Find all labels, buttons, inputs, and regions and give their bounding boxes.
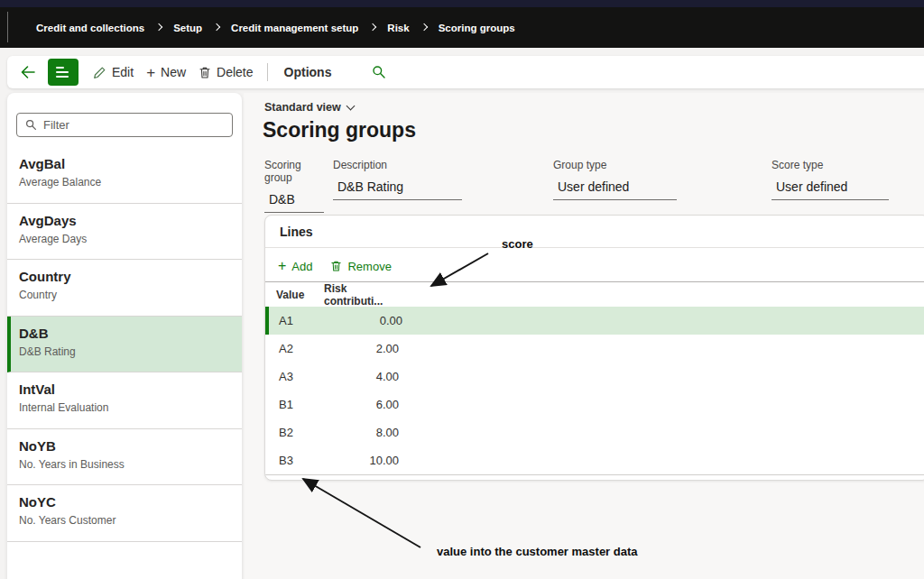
remove-label: Remove xyxy=(347,260,391,273)
annotation-score: score xyxy=(502,237,533,251)
list-item-label: D&B Rating xyxy=(19,341,242,358)
field-scoring-group: Scoring group D&B xyxy=(264,159,324,213)
window-top-strip xyxy=(0,0,924,7)
list-item-country[interactable]: Country Country xyxy=(7,260,242,317)
header-fields: Scoring group D&B Description D&B Rating… xyxy=(264,159,889,213)
grid-row-a2[interactable]: A2 2.00 xyxy=(265,335,924,363)
view-selector-label: Standard view xyxy=(264,101,341,114)
edit-button[interactable]: Edit xyxy=(87,60,140,84)
lines-grid: Value Risk contributi... A1 0.00 A2 2.00… xyxy=(265,281,924,475)
add-label: Add xyxy=(291,260,312,273)
list-item-id: Country xyxy=(19,260,242,284)
breadcrumb-item-risk[interactable]: Risk xyxy=(387,23,409,33)
cell-value: A2 xyxy=(265,342,321,355)
field-description: Description D&B Rating xyxy=(333,159,462,213)
description-input[interactable]: D&B Rating xyxy=(333,179,462,200)
list-item-label: Average Days xyxy=(19,228,242,245)
grid-row-a1-selected[interactable]: A1 0.00 xyxy=(265,307,924,335)
list-item-avgdays[interactable]: AvgDays Average Days xyxy=(7,204,242,261)
list-menu-icon xyxy=(56,67,64,69)
cell-value: B2 xyxy=(265,426,321,439)
chevron-right-icon xyxy=(155,23,162,31)
plus-icon: + xyxy=(146,67,155,78)
breadcrumb-item-scoring-groups[interactable]: Scoring groups xyxy=(439,23,515,33)
list-item-id: NoYB xyxy=(19,429,242,454)
column-header-value[interactable]: Value xyxy=(265,289,324,301)
breadcrumb-item-credit-management-setup[interactable]: Credit management setup xyxy=(231,23,358,33)
toolbar-divider xyxy=(267,63,268,81)
options-menu-button[interactable]: Options xyxy=(278,60,338,84)
cell-risk: 0.00 xyxy=(325,314,408,327)
new-label: New xyxy=(161,65,186,79)
action-bar: Edit + New Delete Options xyxy=(7,56,924,88)
chevron-right-icon xyxy=(420,23,427,31)
trash-icon xyxy=(330,260,342,272)
list-item-label: No. Years Customer xyxy=(19,510,242,527)
list-item-intval[interactable]: IntVal Internal Evaluation xyxy=(7,372,242,429)
grid-row-b3[interactable]: B3 10.00 xyxy=(265,446,924,474)
delete-label: Delete xyxy=(217,65,253,79)
record-list-panel: AvgBal Average Balance AvgDays Average D… xyxy=(7,93,242,579)
lines-panel: Lines + Add Remove Value Risk contributi… xyxy=(264,215,924,481)
chevron-right-icon xyxy=(369,23,376,31)
arrow-left-icon xyxy=(20,65,36,79)
group-type-input[interactable]: User defined xyxy=(553,179,677,200)
page-title: Scoring groups xyxy=(263,118,416,142)
trash-icon xyxy=(199,66,211,79)
search-icon xyxy=(372,65,386,79)
delete-button[interactable]: Delete xyxy=(192,60,259,84)
cell-risk: 10.00 xyxy=(321,454,404,467)
list-item-avgbal[interactable]: AvgBal Average Balance xyxy=(7,147,242,204)
cell-value: A3 xyxy=(265,370,321,383)
cell-risk: 6.00 xyxy=(321,398,404,411)
grid-row-a3[interactable]: A3 4.00 xyxy=(265,363,924,391)
list-item-id: IntVal xyxy=(19,372,242,397)
list-item-id: AvgBal xyxy=(19,147,242,171)
list-item-label: Country xyxy=(19,284,242,301)
list-item-noyc[interactable]: NoYC No. Years Customer xyxy=(7,485,242,542)
grid-header: Value Risk contributi... xyxy=(265,281,924,307)
breadcrumb-item-setup[interactable]: Setup xyxy=(173,23,202,33)
field-score-type: Score type User defined xyxy=(772,159,889,213)
field-label: Group type xyxy=(553,159,677,171)
new-button[interactable]: + New xyxy=(140,60,192,84)
topbar-divider xyxy=(7,12,8,42)
remove-line-button[interactable]: Remove xyxy=(330,260,391,273)
list-item-id: D&B xyxy=(19,317,242,341)
field-label: Scoring group xyxy=(264,159,324,184)
cell-value: A1 xyxy=(269,314,325,327)
chevron-right-icon xyxy=(213,23,220,31)
lines-panel-title: Lines xyxy=(280,225,313,239)
list-item-id: NoYC xyxy=(19,485,242,510)
breadcrumb-item-credit-and-collections[interactable]: Credit and collections xyxy=(36,23,144,33)
score-type-input[interactable]: User defined xyxy=(772,179,889,200)
chevron-down-icon xyxy=(346,101,355,110)
field-label: Score type xyxy=(772,159,889,171)
annotation-customer-master: value into the customer master data xyxy=(437,545,638,558)
grid-row-b2[interactable]: B2 8.00 xyxy=(265,418,924,446)
pencil-icon xyxy=(93,66,106,79)
toggle-list-pane-button[interactable] xyxy=(48,59,79,86)
filter-search-icon xyxy=(25,119,37,131)
scoring-group-input[interactable]: D&B xyxy=(264,192,324,213)
add-line-button[interactable]: + Add xyxy=(278,260,312,273)
record-list: AvgBal Average Balance AvgDays Average D… xyxy=(7,147,242,542)
grid-row-b1[interactable]: B1 6.00 xyxy=(265,391,924,418)
cell-value: B3 xyxy=(265,454,321,467)
filter-input[interactable] xyxy=(43,118,232,132)
list-item-label: Average Balance xyxy=(19,171,242,188)
list-item-label: Internal Evaluation xyxy=(19,397,242,414)
list-item-id: AvgDays xyxy=(19,204,242,228)
edit-label: Edit xyxy=(112,65,134,79)
command-search-button[interactable] xyxy=(368,61,390,83)
column-header-risk-contribution[interactable]: Risk contributi... xyxy=(324,282,407,308)
field-group-type: Group type User defined xyxy=(553,159,677,213)
list-item-noyb[interactable]: NoYB No. Years in Business xyxy=(7,429,242,486)
cell-risk: 8.00 xyxy=(321,426,404,439)
list-item-db-selected[interactable]: D&B D&B Rating xyxy=(7,317,242,373)
view-selector[interactable]: Standard view xyxy=(264,101,354,114)
list-item-label: No. Years in Business xyxy=(19,454,242,471)
plus-icon: + xyxy=(278,261,286,271)
back-button[interactable] xyxy=(16,61,40,83)
filter-box[interactable] xyxy=(16,113,233,137)
